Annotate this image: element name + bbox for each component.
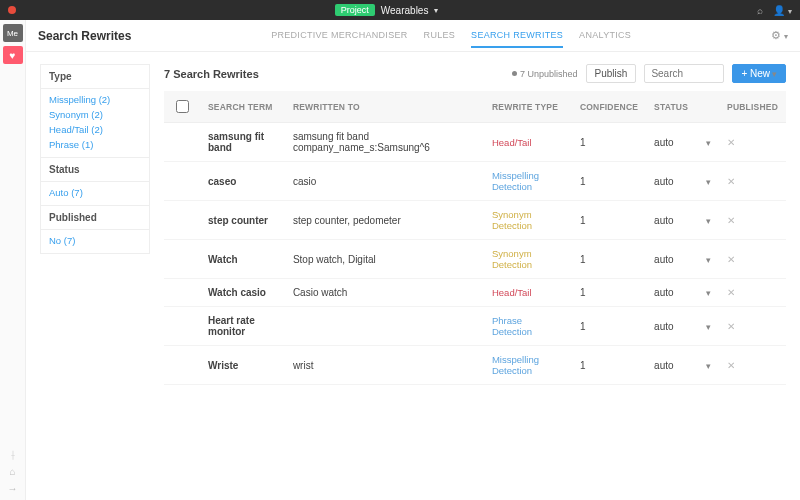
cell-rewritten-to: wrist bbox=[285, 346, 484, 385]
unpublished-indicator: 7 Unpublished bbox=[512, 69, 578, 79]
left-iconstrip: Me ♥ ⟊ ⌂ → bbox=[0, 20, 26, 500]
cell-rewritten-to: Casio watch bbox=[285, 279, 484, 307]
filter-link[interactable]: Phrase (1) bbox=[49, 139, 141, 150]
row-menu[interactable] bbox=[704, 360, 711, 371]
filter-link[interactable]: Head/Tail (2) bbox=[49, 124, 141, 135]
row-menu[interactable] bbox=[704, 254, 711, 265]
filter-group-type: TypeMisspelling (2)Synonym (2)Head/Tail … bbox=[40, 64, 150, 158]
filter-link[interactable]: No (7) bbox=[49, 235, 141, 246]
select-all-checkbox[interactable] bbox=[176, 100, 189, 113]
column-header[interactable]: CONFIDENCE bbox=[572, 91, 646, 123]
column-header[interactable]: PUBLISHED bbox=[719, 91, 786, 123]
row-menu[interactable] bbox=[704, 321, 711, 332]
row-menu[interactable] bbox=[704, 137, 711, 148]
table-row[interactable]: WatchStop watch, DigitalSynonym Detectio… bbox=[164, 240, 786, 279]
filter-link[interactable]: Auto (7) bbox=[49, 187, 141, 198]
cell-confidence: 1 bbox=[572, 279, 646, 307]
cell-status: auto bbox=[646, 240, 696, 279]
gear-icon[interactable]: ⚙ ▾ bbox=[771, 29, 788, 42]
table-row[interactable]: WristewristMisspelling Detection1auto✕ bbox=[164, 346, 786, 385]
cell-rewritten-to: samsung fit band company_name_s:Samsung^… bbox=[285, 123, 484, 162]
close-icon[interactable]: ✕ bbox=[727, 254, 735, 265]
filter-group-title: Published bbox=[41, 206, 149, 230]
close-icon[interactable]: ✕ bbox=[727, 215, 735, 226]
cell-search-term: caseo bbox=[200, 162, 285, 201]
row-menu[interactable] bbox=[704, 215, 711, 226]
filter-link[interactable]: Synonym (2) bbox=[49, 109, 141, 120]
column-header[interactable]: REWRITTEN TO bbox=[285, 91, 484, 123]
column-header[interactable]: SEARCH TERM bbox=[200, 91, 285, 123]
close-icon[interactable]: ✕ bbox=[727, 321, 735, 332]
table-row[interactable]: Watch casioCasio watchHead/Tail1auto✕ bbox=[164, 279, 786, 307]
search-icon[interactable]: ⌕ bbox=[757, 5, 763, 16]
project-badge: Project bbox=[335, 4, 375, 16]
cell-rewrite-type: Misspelling Detection bbox=[484, 162, 572, 201]
cell-rewrite-type: Head/Tail bbox=[484, 279, 572, 307]
filter-group-title: Type bbox=[41, 65, 149, 89]
close-icon[interactable]: ✕ bbox=[727, 287, 735, 298]
cell-rewritten-to bbox=[285, 307, 484, 346]
column-header[interactable]: STATUS bbox=[646, 91, 696, 123]
row-menu[interactable] bbox=[704, 287, 711, 298]
close-icon[interactable]: ✕ bbox=[727, 360, 735, 371]
table-row[interactable]: step counterstep counter, pedometerSynon… bbox=[164, 201, 786, 240]
tab-search-rewrites[interactable]: SEARCH REWRITES bbox=[471, 24, 563, 48]
table-row[interactable]: samsung fit bandsamsung fit band company… bbox=[164, 123, 786, 162]
project-name: Wearables bbox=[381, 5, 429, 16]
cell-search-term: Watch bbox=[200, 240, 285, 279]
topbar: Project Wearables ▾ ⌕ 👤 ▾ bbox=[0, 0, 800, 20]
filter-group-published: PublishedNo (7) bbox=[40, 205, 150, 254]
cell-status: auto bbox=[646, 346, 696, 385]
page-header: Search Rewrites PREDICTIVE MERCHANDISERR… bbox=[26, 20, 800, 52]
new-button[interactable]: + New bbox=[732, 64, 786, 83]
filter-group-title: Status bbox=[41, 158, 149, 182]
rewrites-table: SEARCH TERMREWRITTEN TOREWRITE TYPECONFI… bbox=[164, 91, 786, 385]
cell-rewritten-to: casio bbox=[285, 162, 484, 201]
workspace-pill[interactable]: Me bbox=[3, 24, 23, 42]
cell-confidence: 1 bbox=[572, 307, 646, 346]
cell-rewrite-type: Phrase Detection bbox=[484, 307, 572, 346]
dot-icon bbox=[512, 71, 517, 76]
search-input[interactable] bbox=[644, 64, 724, 83]
cell-confidence: 1 bbox=[572, 201, 646, 240]
favorites-icon[interactable]: ♥ bbox=[3, 46, 23, 64]
table-row[interactable]: Heart rate monitorPhrase Detection1auto✕ bbox=[164, 307, 786, 346]
column-header[interactable] bbox=[696, 91, 719, 123]
cell-status: auto bbox=[646, 123, 696, 162]
expand-icon[interactable]: → bbox=[8, 483, 18, 494]
cell-search-term: samsung fit band bbox=[200, 123, 285, 162]
project-switcher[interactable]: Project Wearables ▾ bbox=[16, 4, 757, 16]
publish-button[interactable]: Publish bbox=[586, 64, 637, 83]
rewrites-table-section: 7 Search Rewrites 7 Unpublished Publish … bbox=[164, 64, 786, 488]
cell-rewritten-to: step counter, pedometer bbox=[285, 201, 484, 240]
cell-confidence: 1 bbox=[572, 162, 646, 201]
row-menu[interactable] bbox=[704, 176, 711, 187]
nav-tabs: PREDICTIVE MERCHANDISERRULESSEARCH REWRI… bbox=[151, 24, 751, 48]
filter-link[interactable]: Misspelling (2) bbox=[49, 94, 141, 105]
cell-status: auto bbox=[646, 162, 696, 201]
tab-predictive-merchandiser[interactable]: PREDICTIVE MERCHANDISER bbox=[271, 24, 407, 48]
cell-rewrite-type: Head/Tail bbox=[484, 123, 572, 162]
brand-logo bbox=[8, 6, 16, 14]
close-icon[interactable]: ✕ bbox=[727, 137, 735, 148]
cell-confidence: 1 bbox=[572, 123, 646, 162]
column-header[interactable]: REWRITE TYPE bbox=[484, 91, 572, 123]
user-menu[interactable]: 👤 ▾ bbox=[773, 5, 792, 16]
cell-confidence: 1 bbox=[572, 240, 646, 279]
cell-status: auto bbox=[646, 201, 696, 240]
cell-status: auto bbox=[646, 307, 696, 346]
table-row[interactable]: caseocasioMisspelling Detection1auto✕ bbox=[164, 162, 786, 201]
rocket-icon[interactable]: ⟊ bbox=[10, 449, 16, 460]
close-icon[interactable]: ✕ bbox=[727, 176, 735, 187]
tab-analytics[interactable]: ANALYTICS bbox=[579, 24, 631, 48]
tab-rules[interactable]: RULES bbox=[424, 24, 456, 48]
cell-rewrite-type: Synonym Detection bbox=[484, 201, 572, 240]
results-count: 7 Search Rewrites bbox=[164, 68, 259, 80]
cell-search-term: Watch casio bbox=[200, 279, 285, 307]
cell-rewrite-type: Misspelling Detection bbox=[484, 346, 572, 385]
cell-rewritten-to: Stop watch, Digital bbox=[285, 240, 484, 279]
chevron-down-icon: ▾ bbox=[434, 6, 438, 15]
basket-icon[interactable]: ⌂ bbox=[9, 466, 15, 477]
cell-search-term: Wriste bbox=[200, 346, 285, 385]
cell-rewrite-type: Synonym Detection bbox=[484, 240, 572, 279]
